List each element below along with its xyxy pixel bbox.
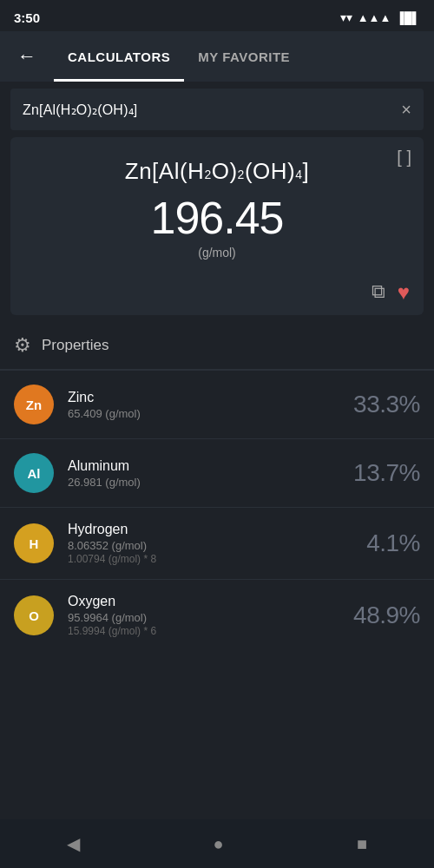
wifi-icon: ▾▾: [340, 10, 352, 24]
element-mass: 8.06352 (g/mol): [68, 539, 352, 552]
element-name: Hydrogen: [68, 522, 352, 537]
element-badge-al: Al: [14, 453, 54, 493]
element-name: Oxygen: [68, 594, 339, 609]
status-icons: ▾▾ ▲▲▲ ▐█▌: [340, 10, 420, 24]
bracket-icon[interactable]: [ ]: [397, 148, 411, 168]
bottom-nav: ◀ ● ■: [0, 819, 434, 868]
properties-title: Properties: [42, 337, 108, 354]
signal-icon: ▲▲▲: [358, 11, 391, 24]
back-button[interactable]: ←: [14, 42, 40, 71]
element-row: Zn Zinc 65.409 (g/mol) 33.3%: [0, 370, 434, 438]
nav-recent-button[interactable]: ■: [336, 827, 388, 861]
favorite-button[interactable]: ♥: [398, 280, 410, 305]
formula-display: Zn[Al(H2O)2(OH)4] 196.45 (g/mol): [24, 151, 410, 263]
element-badge-o: O: [14, 595, 54, 635]
element-name: Zinc: [68, 390, 339, 405]
nav-tabs: CALCULATORS MY FAVORITE: [54, 31, 420, 82]
element-name: Aluminum: [68, 458, 339, 474]
formula-text: Zn[Al(H2O)2(OH)4]: [24, 158, 410, 185]
battery-icon: ▐█▌: [396, 11, 420, 24]
properties-header: ⚙ Properties: [0, 322, 434, 369]
clear-button[interactable]: ×: [401, 100, 411, 120]
status-time: 3:50: [14, 10, 40, 25]
element-list: Zn Zinc 65.409 (g/mol) 33.3% Al Aluminum…: [0, 370, 434, 651]
element-mass: 65.409 (g/mol): [68, 407, 339, 420]
element-row: Al Aluminum 26.981 (g/mol) 13.7%: [0, 438, 434, 507]
copy-button[interactable]: ⧉: [372, 280, 385, 305]
status-bar: 3:50 ▾▾ ▲▲▲ ▐█▌: [0, 0, 434, 31]
element-badge-zn: Zn: [14, 385, 54, 424]
element-row: O Oxygen 95.9964 (g/mol) 15.9994 (g/mol)…: [0, 579, 434, 651]
element-info-o: Oxygen 95.9964 (g/mol) 15.9994 (g/mol) *…: [68, 594, 339, 637]
search-text: Zn[Al(H₂O)₂(OH)₄]: [23, 102, 401, 118]
tab-calculators[interactable]: CALCULATORS: [54, 31, 184, 82]
nav-home-button[interactable]: ●: [192, 827, 244, 861]
element-mass: 26.981 (g/mol): [68, 476, 339, 489]
element-row: H Hydrogen 8.06352 (g/mol) 1.00794 (g/mo…: [0, 507, 434, 579]
element-detail: 15.9994 (g/mol) * 6: [68, 625, 339, 637]
element-percent: 13.7%: [353, 459, 420, 487]
element-badge-h: H: [14, 523, 54, 563]
element-detail: 1.00794 (g/mol) * 8: [68, 553, 352, 565]
element-info-h: Hydrogen 8.06352 (g/mol) 1.00794 (g/mol)…: [68, 522, 352, 565]
formula-card: [ ] Zn[Al(H2O)2(OH)4] 196.45 (g/mol) ⧉ ♥: [10, 137, 424, 315]
tab-favorite[interactable]: MY FAVORITE: [184, 31, 304, 82]
nav-back-button[interactable]: ◀: [46, 826, 101, 861]
molar-mass: 196.45: [24, 192, 410, 244]
element-info-al: Aluminum 26.981 (g/mol): [68, 458, 339, 489]
search-bar: Zn[Al(H₂O)₂(OH)₄] ×: [10, 89, 424, 130]
card-actions: ⧉ ♥: [24, 273, 410, 305]
element-info-zn: Zinc 65.409 (g/mol): [68, 390, 339, 420]
gear-icon: ⚙: [14, 334, 31, 357]
element-percent: 48.9%: [353, 602, 420, 629]
element-percent: 4.1%: [366, 529, 420, 557]
element-percent: 33.3%: [353, 391, 420, 418]
unit-text: (g/mol): [24, 246, 410, 260]
element-mass: 95.9964 (g/mol): [68, 611, 339, 624]
nav-bar: ← CALCULATORS MY FAVORITE: [0, 31, 434, 82]
